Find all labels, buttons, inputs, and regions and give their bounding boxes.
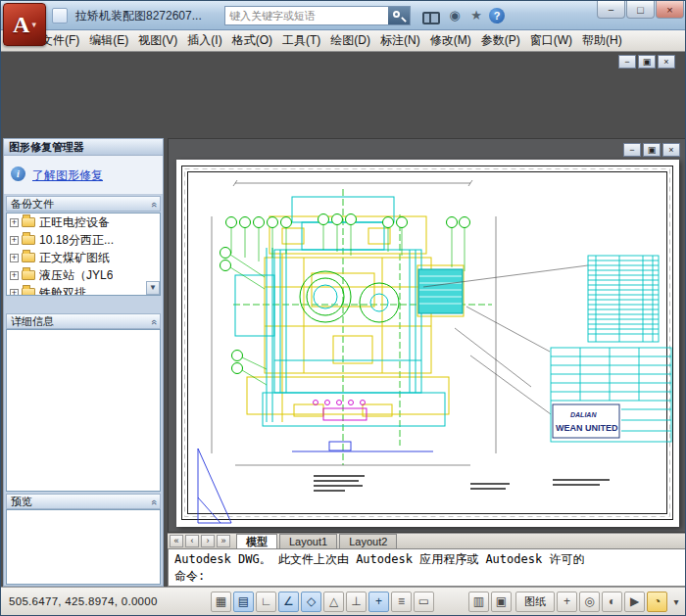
paper-model-toggle[interactable]: 图纸 [515,592,555,612]
maximize-button[interactable]: □ [626,1,655,19]
help-icon[interactable]: ? [489,8,505,24]
tree-item-label: 10.18分西正... [39,232,114,249]
quick-access-icon[interactable] [52,8,68,24]
drawing-canvas[interactable]: DALIAN WEAN UNITED [176,160,679,527]
command-window[interactable]: Autodesk DWG。 此文件上次由 Autodesk 应用程序或 Auto… [168,548,686,587]
binoculars-icon[interactable] [422,7,440,24]
toggle-glyph: ◇ [307,594,316,608]
drawing-recovery-panel: 图形修复管理器 i 了解图形修复 备份文件 « ▼ + 正旺电控设备 + [3,138,164,587]
expand-icon[interactable]: + [10,236,19,245]
icon-glyph: ◎ [584,594,594,608]
collapse-icon[interactable]: « [147,319,161,325]
favorites-star-icon[interactable]: ★ [467,7,485,24]
qp-toggle[interactable]: ▭ [414,592,434,612]
backup-files-tree: ▼ + 正旺电控设备 + 10.18分西正... + 正文煤矿图纸 [6,213,161,296]
search-button[interactable] [388,7,410,24]
icon-glyph: ▶ [630,594,639,608]
coordinates-display[interactable]: 505.6477, 425.8974, 0.0000 [9,595,158,607]
communication-center-icon[interactable]: ◉ [446,7,464,24]
icon-glyph: ▥ [473,594,484,608]
status-menu-arrow[interactable]: ▾ [669,592,683,612]
lwt-toggle[interactable]: ≡ [391,592,412,612]
hatch-block [418,269,463,313]
layout-tab[interactable]: 模型 [236,534,277,548]
tab-first-button[interactable]: « [170,535,183,547]
preview-content [6,509,161,585]
steering-wheel-icon[interactable]: ◐ [602,592,622,612]
ducs-toggle[interactable]: ⊥ [346,592,367,612]
learn-recovery-link[interactable]: 了解图形修复 [32,167,103,184]
toggle-glyph: △ [329,594,338,608]
collapse-icon[interactable]: « [147,499,161,505]
dyn-toggle[interactable]: + [368,592,389,612]
mdi-close-button[interactable]: × [658,55,675,69]
toggle-glyph: ∠ [283,594,294,608]
quick-view-drawings-icon[interactable]: ▣ [491,592,512,612]
performance-tuner-icon[interactable]: ◔ [647,592,667,612]
app-menu-button[interactable]: A ▾ [3,3,46,46]
drawing-minimize-button[interactable]: − [623,143,641,157]
command-prompt[interactable]: 命令: [174,568,680,585]
backup-tree-item[interactable]: + 正文煤矿图纸 [7,249,160,266]
tab-prev-button[interactable]: ‹ [185,535,199,547]
menu-item[interactable]: 视图(V) [133,30,182,51]
backup-tree-item[interactable]: + 铁舱双排 [7,284,160,296]
menubar: 文件(F)编辑(E)视图(V)插入(I)格式(O)工具(T)绘图(D)标注(N)… [1,30,686,52]
menu-item[interactable]: 帮助(H) [577,30,627,51]
expand-icon[interactable]: + [10,271,19,280]
grid-toggle[interactable]: ▤ [233,592,254,612]
menu-item[interactable]: 参数(P) [476,30,525,51]
menu-item[interactable]: 标注(N) [375,30,425,51]
layout-tab[interactable]: Layout1 [279,534,337,548]
menu-item[interactable]: 工具(T) [277,30,325,51]
autocad-logo-icon: A [13,12,29,38]
expand-icon[interactable]: + [10,254,19,262]
minimize-button[interactable]: − [597,1,625,19]
snap-toggle[interactable]: ▦ [211,592,231,612]
drawing-close-button[interactable]: × [662,143,680,157]
panel-title-bar[interactable]: 图形修复管理器 [4,139,163,156]
mdi-restore-button[interactable]: ▣ [638,55,656,69]
icon-glyph: ◔ [654,594,661,608]
tree-scroll-down-button[interactable]: ▼ [146,281,160,295]
backup-tree-item[interactable]: + 液压站（JYL6 [7,266,160,284]
folder-icon [22,270,35,280]
otrack-toggle[interactable]: △ [323,592,344,612]
backup-tree-item[interactable]: + 10.18分西正... [7,231,160,249]
polar-toggle[interactable]: ∠ [278,592,299,612]
show-motion-icon[interactable]: ▶ [624,592,645,612]
ortho-toggle[interactable]: ∟ [256,592,276,612]
quick-view-layouts-icon[interactable]: ▥ [468,592,489,612]
expand-icon[interactable]: + [10,289,19,297]
menu-item[interactable]: 格式(O) [227,30,277,51]
backup-tree-item[interactable]: + 正旺电控设备 [7,213,160,231]
mdi-minimize-button[interactable]: − [618,55,636,69]
window-title: 拉矫机装配图8272607... [75,1,202,30]
tab-next-button[interactable]: › [201,535,215,547]
menu-item[interactable]: 插入(I) [182,30,226,51]
panel-info-area: i 了解图形修复 [4,156,163,195]
menu-item[interactable]: 编辑(E) [84,30,133,51]
icon-glyph: + [564,594,570,608]
window-controls: − □ × [596,1,684,19]
drawing-restore-button[interactable]: ▣ [643,143,661,157]
search-input[interactable] [225,7,388,24]
details-content [6,329,161,492]
zoom-icon[interactable]: ◎ [579,592,600,612]
toggle-glyph: ∟ [261,594,272,608]
close-button[interactable]: × [656,1,684,19]
menu-item[interactable]: 窗口(W) [525,30,577,51]
layout-tab[interactable]: Layout2 [339,534,397,548]
details-header[interactable]: 详细信息 « [6,313,161,329]
menu-item[interactable]: 修改(M) [425,30,476,51]
backup-files-header[interactable]: 备份文件 « [6,196,161,212]
collapse-icon[interactable]: « [147,202,161,208]
autocad-window: A ▾ 拉矫机装配图8272607... ◉ ★ ? − □ × 文件(F)编辑… [0,0,686,616]
titlebar: A ▾ 拉矫机装配图8272607... ◉ ★ ? − □ × [1,1,686,30]
osnap-toggle[interactable]: ◇ [301,592,321,612]
pan-icon[interactable]: + [557,592,577,612]
expand-icon[interactable]: + [10,218,19,227]
tab-last-button[interactable]: » [217,535,230,547]
preview-header[interactable]: 预览 « [6,494,161,509]
menu-item[interactable]: 绘图(D) [325,30,375,51]
